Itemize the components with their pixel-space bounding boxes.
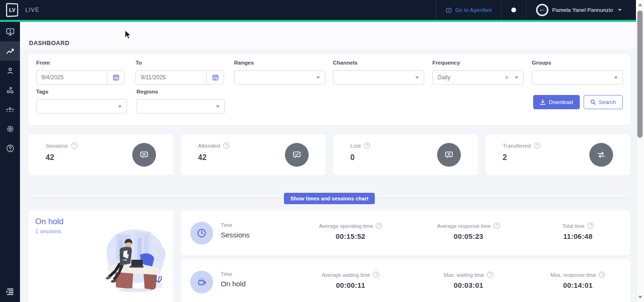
stats-row: Sessions ? 42 Attended ? 42 Lost ? 0 bbox=[29, 134, 630, 175]
user-name: Pamela Yanel Pannunzio bbox=[552, 7, 613, 13]
status-dot bbox=[511, 8, 516, 12]
header-strip bbox=[20, 22, 636, 49]
filter-channels: Channels bbox=[333, 60, 424, 85]
help-icon[interactable]: ? bbox=[587, 223, 594, 229]
chat-check-icon bbox=[285, 143, 309, 167]
stat-value: 0 bbox=[351, 153, 355, 162]
stat-card-sessions: Sessions ? 42 bbox=[29, 134, 173, 175]
metric-avg-operating-time: Average operating time ? 00:15:52 bbox=[293, 223, 408, 240]
scrollbar-thumb[interactable] bbox=[637, 10, 643, 138]
transfer-arrows-icon bbox=[589, 143, 613, 167]
sidebar-item-help[interactable] bbox=[0, 139, 20, 158]
metric-max-waiting-time: Max. waiting time ? 00:03:01 bbox=[411, 272, 526, 289]
metric-max-response-time: Max. response time ? 00:14:01 bbox=[521, 272, 635, 289]
on-hold-sessions-link[interactable]: 1 sessions bbox=[35, 228, 61, 234]
download-button[interactable]: Download bbox=[533, 95, 579, 109]
time-title: Sessions bbox=[221, 231, 250, 239]
help-icon[interactable]: ? bbox=[71, 142, 78, 149]
groups-select[interactable] bbox=[532, 70, 623, 85]
clear-icon[interactable]: ✕ bbox=[505, 75, 515, 81]
help-icon[interactable]: ? bbox=[599, 272, 605, 278]
metric-label: Average operating time bbox=[319, 223, 373, 229]
avatar-logo: AIVO bbox=[537, 5, 547, 15]
regions-select[interactable] bbox=[137, 99, 225, 113]
search-icon bbox=[590, 99, 596, 105]
show-chart-button[interactable]: Show times and sessions chart bbox=[284, 193, 375, 204]
filter-actions: Download Search bbox=[533, 95, 623, 109]
logo-shape: LV bbox=[6, 3, 18, 17]
sidebar-item-live-monitor[interactable] bbox=[0, 22, 20, 41]
help-icon[interactable]: ? bbox=[364, 142, 370, 149]
accent-line bbox=[0, 20, 636, 22]
sidebar-item-queue[interactable] bbox=[0, 282, 20, 301]
agentbot-icon bbox=[446, 7, 452, 13]
download-label: Download bbox=[548, 99, 573, 105]
metric-value: 00:00:11 bbox=[293, 281, 408, 289]
calendar-icon[interactable] bbox=[107, 71, 124, 84]
from-date-field[interactable] bbox=[36, 70, 125, 85]
sidebar-item-dashboard[interactable] bbox=[0, 41, 20, 61]
frequency-select[interactable]: Daily ✕ bbox=[432, 70, 524, 85]
sidebar bbox=[0, 22, 20, 302]
scroll-up-arrow[interactable] bbox=[638, 3, 642, 6]
sidebar-item-settings[interactable] bbox=[0, 119, 20, 139]
tags-select[interactable] bbox=[36, 99, 127, 113]
channels-select[interactable] bbox=[333, 70, 424, 85]
help-icon[interactable]: ? bbox=[373, 272, 379, 278]
from-date-input[interactable] bbox=[37, 71, 107, 84]
help-icon[interactable]: ? bbox=[487, 272, 493, 278]
search-button[interactable]: Search bbox=[584, 95, 623, 109]
go-to-agentbot-label: Go to Agentbot bbox=[455, 7, 492, 13]
logo-text: LV bbox=[9, 7, 15, 13]
app-logo[interactable]: LV bbox=[4, 2, 20, 18]
stat-value: 42 bbox=[46, 153, 54, 162]
metric-label: Average waiting time bbox=[322, 272, 371, 278]
sidebar-item-groups[interactable] bbox=[0, 100, 20, 119]
stat-card-lost: Lost ? 0 bbox=[333, 134, 478, 175]
filter-from: From bbox=[36, 60, 125, 85]
help-icon[interactable]: ? bbox=[223, 142, 229, 149]
ranges-select[interactable] bbox=[234, 70, 325, 85]
line-chart-icon bbox=[6, 47, 15, 56]
screen-user-icon bbox=[6, 28, 15, 36]
help-icon[interactable]: ? bbox=[534, 142, 540, 149]
help-circle-icon bbox=[6, 144, 15, 153]
on-hold-title: On hold bbox=[35, 217, 64, 226]
help-icon[interactable]: ? bbox=[376, 223, 382, 229]
sidebar-item-teams[interactable] bbox=[0, 80, 20, 100]
to-date-field[interactable] bbox=[136, 70, 224, 85]
metric-label: Max. waiting time bbox=[444, 272, 484, 278]
ranges-label: Ranges bbox=[234, 60, 325, 66]
filter-groups: Groups bbox=[532, 60, 623, 85]
metric-value: 00:14:01 bbox=[521, 281, 635, 289]
filter-frequency: Frequency Daily ✕ bbox=[432, 60, 524, 85]
sidebar-item-agents[interactable] bbox=[0, 61, 20, 80]
calendar-icon[interactable] bbox=[206, 71, 224, 84]
time-kicker: Time bbox=[221, 222, 232, 228]
filter-ranges: Ranges bbox=[234, 60, 325, 85]
search-label: Search bbox=[599, 99, 616, 105]
chevron-down-icon bbox=[118, 105, 122, 108]
settings-gear-icon bbox=[6, 124, 15, 133]
metric-label: Total time bbox=[562, 223, 585, 229]
help-icon[interactable]: ? bbox=[494, 223, 500, 229]
filter-tags: Tags bbox=[36, 89, 127, 114]
to-date-input[interactable] bbox=[136, 71, 206, 84]
regions-label: Regions bbox=[137, 89, 225, 94]
coffee-cup-icon bbox=[190, 271, 213, 293]
go-to-agentbot-link[interactable]: Go to Agentbot bbox=[436, 0, 501, 20]
stat-label: Attended bbox=[198, 143, 220, 149]
chat-x-icon bbox=[437, 143, 461, 167]
scroll-down-arrow[interactable] bbox=[638, 296, 642, 299]
metric-avg-response-time: Average response time ? 00:05:23 bbox=[411, 223, 526, 240]
stat-label: Transferred bbox=[503, 143, 531, 149]
topbar-right: Go to Agentbot AIVO Pamela Yanel Pannunz… bbox=[436, 0, 636, 20]
user-menu[interactable]: AIVO Pamela Yanel Pannunzio bbox=[526, 0, 636, 20]
product-name: LIVE bbox=[25, 7, 39, 13]
stat-value: 42 bbox=[198, 153, 206, 162]
metric-value: 11:06:48 bbox=[521, 232, 635, 240]
metric-total-time: Total time ? 11:06:48 bbox=[521, 223, 635, 240]
metric-label: Max. response time bbox=[551, 272, 596, 278]
on-hold-card: On hold 1 sessions bbox=[29, 210, 173, 302]
time-row-on-hold: Time On hold Average waiting time ? 00:0… bbox=[181, 259, 630, 302]
